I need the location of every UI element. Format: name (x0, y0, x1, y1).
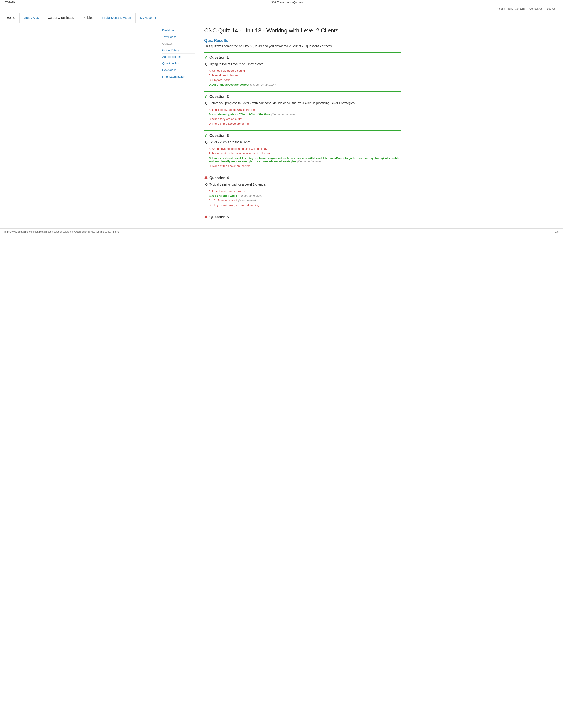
question-5-header: ✖ Question 5 (204, 215, 401, 220)
question-4-label: Question 4 (209, 176, 229, 180)
question-5-icon: ✖ (204, 215, 207, 220)
sidebar-question-board[interactable]: Question Board (162, 60, 195, 67)
q3-option-b: B. Have mastered calorie counting and wi… (204, 151, 401, 156)
nav-policies[interactable]: Policies (78, 13, 98, 23)
page-footer: https://www.issatrainer.com/certificatio… (0, 228, 563, 235)
nav-my-account[interactable]: My Account (135, 13, 160, 23)
nav-career-business[interactable]: Career & Business (43, 13, 78, 23)
question-1-icon: ✔ (204, 55, 207, 60)
question-2-label: Question 2 (209, 94, 229, 99)
q4-option-a: A. Less than 5 hours a week (204, 189, 401, 193)
sidebar-dashboard[interactable]: Dashboard (162, 27, 195, 34)
main-nav: Home Study Aids Career & Business Polici… (0, 13, 563, 23)
question-5-label: Question 5 (209, 215, 229, 219)
quiz-results-heading: Quiz Results (204, 38, 401, 43)
footer-page: 1/6 (555, 230, 559, 233)
question-4-icon: ✖ (204, 176, 207, 180)
q3-option-a: A. Are motivated, dedicated, and willing… (204, 146, 401, 151)
question-3: ✔ Question 3 Q: Level 2 clients are thos… (204, 130, 401, 168)
sidebar: Dashboard Text Books Quizzes Guided Stud… (162, 27, 200, 224)
question-3-header: ✔ Question 3 (204, 133, 401, 138)
question-5: ✖ Question 5 (204, 212, 401, 220)
nav-professional[interactable]: Professional Division (98, 13, 135, 23)
sidebar-final-exam[interactable]: Final Examination (162, 73, 195, 80)
question-2-header: ✔ Question 2 (204, 94, 401, 99)
q1-option-c: C. Physical harm (204, 78, 401, 82)
page-layout: Dashboard Text Books Quizzes Guided Stud… (160, 23, 403, 228)
question-2-icon: ✔ (204, 94, 207, 99)
sidebar-guided-study[interactable]: Guided Study (162, 47, 195, 54)
q3-option-d: D. None of the above are correct (204, 164, 401, 168)
q1-option-b: B. Mental health issues (204, 73, 401, 78)
browser-meta: 5/8/2019 ISSA Trainer.com - Quizzes (0, 0, 563, 5)
q1-option-a: A. Serious disordered eating (204, 68, 401, 73)
q4-option-b: B. 6-10 hours a week (the correct answer… (204, 193, 401, 198)
sidebar-audio-lectures[interactable]: Audio Lectures (162, 54, 195, 60)
q2-option-a: A. consistently, about 50% of the time (204, 107, 401, 112)
q4-option-d: D. They would have just started training (204, 203, 401, 207)
quiz-results-summary: This quiz was completed on May 08, 2019 … (204, 44, 401, 48)
q4-option-c: C. 10-15 hours a week (your answer) (204, 198, 401, 203)
question-3-icon: ✔ (204, 133, 207, 138)
q2-option-d: D. None of the above are correct (204, 121, 401, 126)
question-1-header: ✔ Question 1 (204, 55, 401, 60)
top-bar: Refer a Friend, Get $25! Contact Us Log … (0, 5, 563, 13)
contact-link[interactable]: Contact Us (529, 7, 542, 10)
nav-home[interactable]: Home (2, 13, 20, 23)
question-3-text: Q: Level 2 clients are those who: (204, 140, 401, 144)
question-1-text: Q: Trying to live at Level 2 or 3 may cr… (204, 62, 401, 66)
question-2: ✔ Question 2 Q: Before you progress to L… (204, 91, 401, 126)
question-4-header: ✖ Question 4 (204, 176, 401, 180)
question-2-text: Q: Before you progress to Level 2 with s… (204, 101, 401, 105)
question-4-text: Q: Typical training load for a Level 2 c… (204, 183, 401, 186)
logout-link[interactable]: Log Out (547, 7, 556, 10)
question-1-label: Question 1 (209, 55, 229, 60)
footer-url: https://www.issatrainer.com/certificatio… (4, 230, 119, 233)
question-1: ✔ Question 1 Q: Trying to live at Level … (204, 52, 401, 87)
q2-option-c: C. when they are on a diet (204, 117, 401, 121)
refer-link[interactable]: Refer a Friend, Get $25! (497, 7, 525, 10)
browser-date: 5/8/2019 (4, 1, 15, 4)
sidebar-quizzes: Quizzes (162, 40, 195, 47)
sidebar-textbooks[interactable]: Text Books (162, 34, 195, 40)
q3-option-c: C. Have mastered Level 1 strategies, hav… (204, 156, 401, 164)
browser-title: ISSA Trainer.com - Quizzes (270, 1, 303, 4)
sidebar-downloads[interactable]: Downloads (162, 67, 195, 73)
q2-option-b: B. consistently, about 75% to 90% of the… (204, 112, 401, 117)
q1-option-d: D. All of the above are correct (the cor… (204, 82, 401, 87)
question-3-label: Question 3 (209, 133, 229, 138)
page-title: CNC Quiz 14 - Unit 13 - Working with Lev… (204, 27, 401, 34)
nav-study-aids[interactable]: Study Aids (20, 13, 43, 23)
main-content: CNC Quiz 14 - Unit 13 - Working with Lev… (200, 27, 401, 224)
question-4: ✖ Question 4 Q: Typical training load fo… (204, 173, 401, 207)
